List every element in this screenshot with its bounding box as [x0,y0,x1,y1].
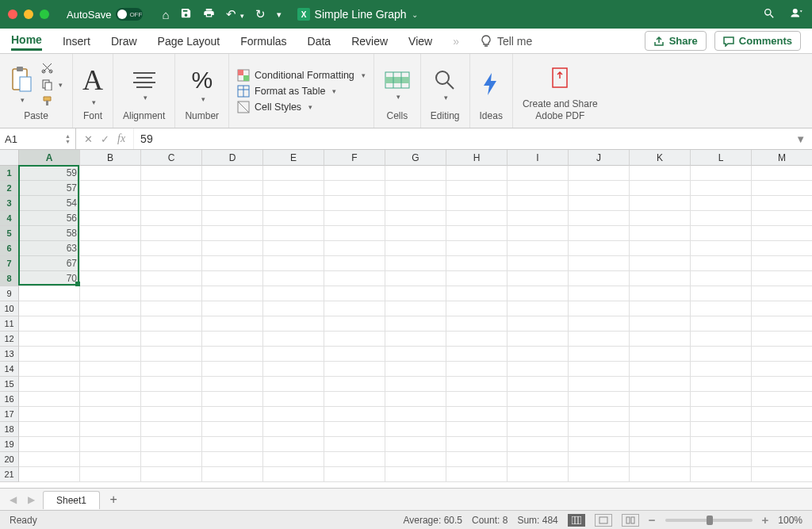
cell-F19[interactable] [324,437,385,452]
cell-M12[interactable] [752,332,812,347]
cell-L20[interactable] [691,452,752,467]
cell-I11[interactable] [508,316,569,332]
cell-G20[interactable] [385,452,446,467]
cell-M4[interactable] [752,211,812,226]
cell-D16[interactable] [202,392,263,407]
column-header-K[interactable]: K [630,150,691,166]
cell-A2[interactable]: 57 [19,181,80,196]
cell-I4[interactable] [508,211,569,226]
document-title[interactable]: X Simple Line Graph ⌄ [297,8,418,21]
number-button[interactable]: % [191,67,213,103]
cell-H5[interactable] [446,226,508,241]
cell-H15[interactable] [446,377,508,392]
editing-button[interactable] [433,68,457,102]
cell-J4[interactable] [569,211,630,226]
cell-A21[interactable] [19,467,80,482]
cell-C9[interactable] [141,286,202,301]
cell-K7[interactable] [630,256,691,271]
name-box-stepper[interactable]: ▲▼ [65,133,71,144]
cell-A12[interactable] [19,332,80,347]
cell-G11[interactable] [385,316,446,332]
cell-J7[interactable] [569,256,630,271]
cell-I7[interactable] [508,256,569,271]
cell-L9[interactable] [691,286,752,301]
cell-F5[interactable] [324,226,385,241]
row-header-18[interactable]: 18 [0,422,19,437]
cell-I14[interactable] [508,362,569,377]
row-header-1[interactable]: 1 [0,166,19,181]
cell-G17[interactable] [385,407,446,422]
cell-H12[interactable] [446,332,508,347]
cell-H14[interactable] [446,362,508,377]
cell-G7[interactable] [385,256,446,271]
cell-F8[interactable] [324,271,385,286]
cell-C5[interactable] [141,226,202,241]
cell-K19[interactable] [630,437,691,452]
cell-D20[interactable] [202,452,263,467]
cell-B2[interactable] [80,181,141,196]
cell-G2[interactable] [385,181,446,196]
row-header-7[interactable]: 7 [0,256,19,271]
cell-M10[interactable] [752,301,812,316]
cell-E9[interactable] [263,286,324,301]
cell-K5[interactable] [630,226,691,241]
cell-F6[interactable] [324,241,385,256]
cell-E15[interactable] [263,377,324,392]
cell-J9[interactable] [569,286,630,301]
cell-M18[interactable] [752,422,812,437]
cell-C16[interactable] [141,392,202,407]
cell-H8[interactable] [446,271,508,286]
sheet-nav-next[interactable]: ▶ [25,494,38,505]
cell-C19[interactable] [141,437,202,452]
cell-M19[interactable] [752,437,812,452]
cells-area[interactable]: 5957545658636770 [19,166,812,488]
cell-B9[interactable] [80,286,141,301]
cell-B13[interactable] [80,347,141,362]
cell-D18[interactable] [202,422,263,437]
cell-C13[interactable] [141,347,202,362]
column-header-D[interactable]: D [202,150,263,166]
cell-J8[interactable] [569,271,630,286]
cell-L5[interactable] [691,226,752,241]
cell-G1[interactable] [385,166,446,181]
cell-L18[interactable] [691,422,752,437]
cell-J12[interactable] [569,332,630,347]
cell-E17[interactable] [263,407,324,422]
cell-H10[interactable] [446,301,508,316]
spreadsheet-grid[interactable]: ABCDEFGHIJKLM 12345678910111213141516171… [0,150,812,488]
cell-K15[interactable] [630,377,691,392]
cell-A13[interactable] [19,347,80,362]
cell-E11[interactable] [263,316,324,332]
view-page-break-icon[interactable] [622,514,639,527]
cell-K9[interactable] [630,286,691,301]
cell-M15[interactable] [752,377,812,392]
tab-draw[interactable]: Draw [111,33,137,50]
cell-E2[interactable] [263,181,324,196]
cell-F1[interactable] [324,166,385,181]
close-window-icon[interactable] [8,10,17,19]
formula-input[interactable]: 59 [134,132,789,145]
cell-G13[interactable] [385,347,446,362]
cell-E21[interactable] [263,467,324,482]
cell-A14[interactable] [19,362,80,377]
chevron-down-icon[interactable]: ⌄ [412,10,418,19]
cell-E16[interactable] [263,392,324,407]
cell-H7[interactable] [446,256,508,271]
cell-G6[interactable] [385,241,446,256]
cut-button[interactable] [41,62,63,74]
cell-A18[interactable] [19,422,80,437]
cell-F13[interactable] [324,347,385,362]
cell-J21[interactable] [569,467,630,482]
cell-D21[interactable] [202,467,263,482]
cell-M7[interactable] [752,256,812,271]
row-header-3[interactable]: 3 [0,196,19,211]
cell-B4[interactable] [80,211,141,226]
cell-F11[interactable] [324,316,385,332]
add-sheet-button[interactable]: + [105,491,122,508]
cell-B15[interactable] [80,377,141,392]
cell-B18[interactable] [80,422,141,437]
cell-I5[interactable] [508,226,569,241]
cell-J5[interactable] [569,226,630,241]
cell-H4[interactable] [446,211,508,226]
comments-button[interactable]: Comments [714,31,801,51]
